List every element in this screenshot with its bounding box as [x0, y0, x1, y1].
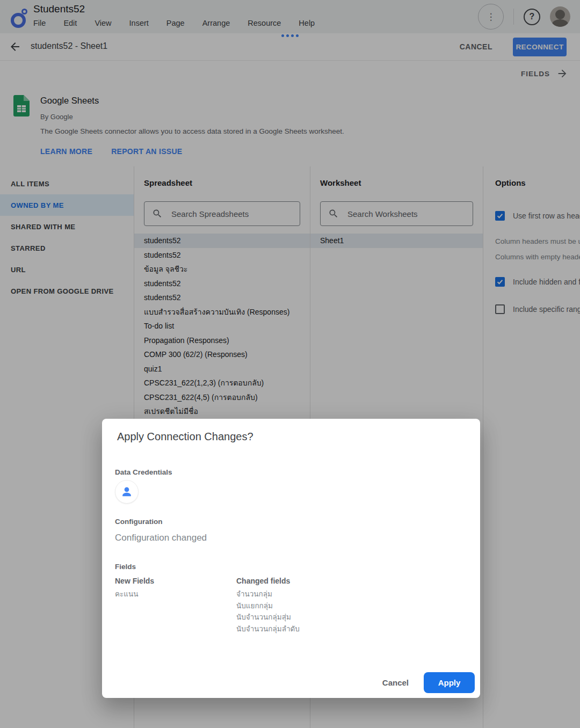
fields-section-label: Fields — [115, 563, 136, 571]
dialog-cancel-button[interactable]: Cancel — [373, 673, 418, 693]
credentials-avatar — [115, 480, 139, 504]
configuration-value: Configuration changed — [115, 533, 207, 543]
configuration-label: Configuration — [115, 518, 162, 526]
changed-fields-list: จำนวนกลุ่ม นับแยกกลุ่ม นับจำนวนกลุ่มสุ่ม… — [236, 588, 300, 635]
new-fields-header: New Fields — [115, 577, 154, 585]
apply-connection-changes-dialog: Apply Connection Changes? Data Credentia… — [102, 419, 480, 698]
changed-fields-header: Changed fields — [236, 577, 290, 585]
dialog-title: Apply Connection Changes? — [117, 431, 253, 443]
looker-studio-connector-page: Students52 File Edit View Insert Page Ar… — [0, 0, 580, 728]
data-credentials-label: Data Credentials — [115, 468, 172, 476]
new-fields-list: คะแนน — [115, 588, 138, 600]
dialog-apply-button[interactable]: Apply — [424, 672, 475, 693]
person-icon — [120, 485, 134, 499]
